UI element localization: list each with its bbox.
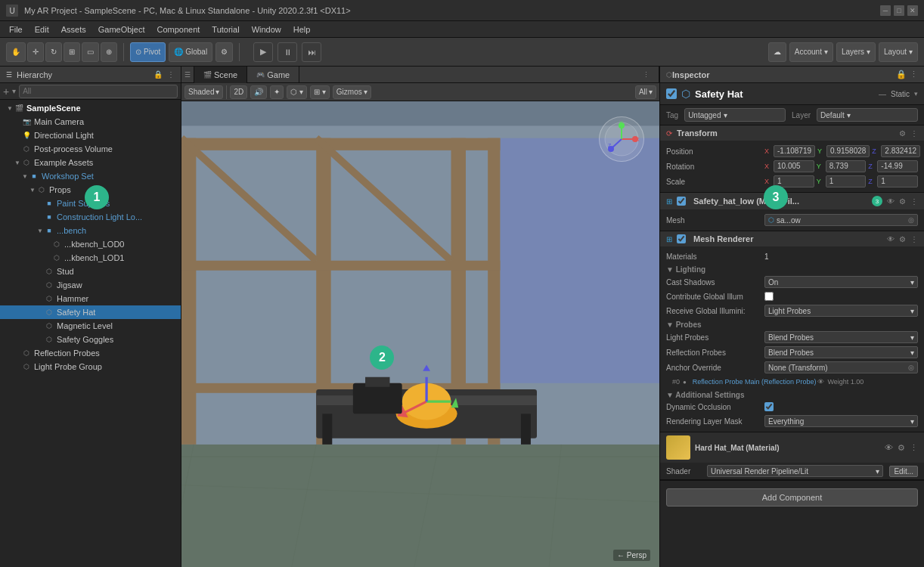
global-button[interactable]: 🌐 Global (169, 42, 212, 62)
step-button[interactable]: ⏭ (302, 42, 321, 62)
anchor-select-icon[interactable]: ◎ (908, 364, 914, 371)
close-button[interactable]: ✕ (907, 5, 918, 16)
probes-arrow[interactable]: ▼ (666, 321, 674, 329)
mesh-renderer-menu-icon[interactable]: ⋮ (910, 235, 918, 243)
tool-move[interactable]: ✛ (27, 42, 44, 62)
light-probes-dropdown[interactable]: Blend Probes ▾ (764, 331, 918, 343)
audio-toggle[interactable]: 🔊 (250, 85, 267, 99)
probe-eye-icon[interactable]: 👁 (817, 378, 824, 386)
mesh-renderer-header[interactable]: ⊞ Mesh Renderer 👁 ⚙ ⋮ (660, 231, 924, 246)
tool-scale[interactable]: ⊞ (64, 42, 80, 62)
layer-dropdown[interactable]: Default ▾ (817, 108, 918, 122)
tool-extra[interactable]: ⚙ (215, 42, 233, 62)
hierarchy-item-lod0[interactable]: ⬡ ...kbench_LOD0 (0, 237, 181, 251)
rendering-layer-dropdown[interactable]: Everything ▾ (764, 415, 918, 427)
mesh-filter-eye-icon[interactable]: 👁 (887, 197, 895, 206)
menu-file[interactable]: File (3, 23, 29, 36)
grid-toggle[interactable]: ⊞ ▾ (310, 85, 330, 99)
scene-tab[interactable]: 🎬 Scene (194, 67, 247, 83)
hierarchy-item-bench[interactable]: ▼ ■ ...bench (0, 224, 181, 237)
menu-help[interactable]: Help (287, 23, 317, 36)
maximize-button[interactable]: □ (894, 5, 904, 16)
scene-view-options[interactable]: ⬡ ▾ (287, 85, 307, 99)
game-tab[interactable]: 🎮 Game (247, 67, 299, 83)
hierarchy-more-icon[interactable]: ▾ (12, 87, 16, 95)
hierarchy-item-main-camera[interactable]: 📷 Main Camera (0, 115, 181, 129)
hierarchy-search-input[interactable] (19, 85, 178, 98)
transform-header[interactable]: ⟳ Transform ⚙ ⋮ (660, 125, 924, 141)
material-menu-icon[interactable]: ⋮ (910, 443, 918, 453)
probe-entry-name[interactable]: Reflection Probe Main (Reflection Probe) (693, 378, 817, 386)
mesh-filter-checkbox[interactable] (677, 197, 686, 206)
hierarchy-item-lod1[interactable]: ⬡ ...kbench_LOD1 (0, 251, 181, 265)
mesh-filter-menu-icon[interactable]: ⋮ (910, 197, 918, 206)
tool-rotate[interactable]: ↻ (45, 42, 62, 62)
menu-window[interactable]: Window (246, 23, 287, 36)
hierarchy-item-safety-hat[interactable]: ⬡ Safety Hat (0, 305, 181, 319)
hierarchy-scene-root[interactable]: ▼ 🎬 SampleScene (0, 101, 181, 115)
hierarchy-item-light-probe-group[interactable]: ⬡ Light Probe Group (0, 360, 181, 373)
hierarchy-item-safety-goggles[interactable]: ⬡ Safety Goggles (0, 333, 181, 346)
hierarchy-add-icon[interactable]: + (3, 85, 9, 98)
pause-button[interactable]: ⏸ (278, 42, 297, 62)
pos-y-input[interactable]: 0.9158028 (826, 145, 870, 157)
inspector-lock-icon[interactable]: 🔒 (896, 70, 907, 79)
menu-edit[interactable]: Edit (29, 23, 55, 36)
hierarchy-item-magnetic-level[interactable]: ⬡ Magnetic Level (0, 319, 181, 333)
layers-dropdown[interactable]: Layers ▾ (836, 42, 876, 62)
contrib-gi-checkbox[interactable] (764, 292, 774, 301)
hierarchy-item-stud[interactable]: ⬡ Stud (0, 265, 181, 278)
transform-more-icon[interactable]: ⚙ (899, 129, 906, 138)
gizmos-dropdown[interactable]: Gizmos ▾ (333, 85, 371, 99)
hierarchy-menu-icon[interactable]: ⋮ (167, 70, 175, 79)
collab-button[interactable]: ☁ (768, 42, 786, 62)
all-dropdown[interactable]: All ▾ (635, 85, 656, 99)
reflection-probes-dropdown[interactable]: Blend Probes ▾ (764, 346, 918, 358)
hierarchy-item-post-process[interactable]: ⬡ Post-process Volume (0, 142, 181, 156)
tool-hand[interactable]: ✋ (6, 42, 26, 62)
layout-dropdown[interactable]: Layout ▾ (879, 42, 918, 62)
pivot-button[interactable]: ⊙ Pivot (130, 42, 166, 62)
menu-tutorial[interactable]: Tutorial (206, 23, 245, 36)
scale-y-input[interactable]: 1 (826, 175, 867, 187)
shader-edit-button[interactable]: Edit... (889, 466, 918, 477)
tool-combined[interactable]: ⊕ (101, 42, 117, 62)
cast-shadows-dropdown[interactable]: On ▾ (764, 276, 918, 288)
pos-x-input[interactable]: -1.108719 (774, 145, 815, 157)
tool-rect[interactable]: ▭ (82, 42, 99, 62)
inspector-menu-icon[interactable]: ⋮ (910, 70, 918, 79)
hierarchy-item-hammer[interactable]: ⬡ Hammer (0, 292, 181, 305)
scene-view-canvas[interactable]: 2 X Y (181, 101, 659, 567)
mesh-select-icon[interactable]: ◎ (908, 216, 914, 224)
anchor-override-field[interactable]: None (Transform) ◎ (764, 361, 918, 373)
tag-dropdown[interactable]: Untagged ▾ (684, 108, 786, 122)
pos-z-input[interactable]: 2.832412 (881, 145, 920, 157)
shader-dropdown[interactable]: Universal Render Pipeline/Lit ▾ (707, 465, 883, 477)
shading-dropdown[interactable]: Shaded ▾ (184, 85, 223, 99)
play-button[interactable]: ▶ (253, 42, 273, 62)
minimize-button[interactable]: ─ (880, 5, 891, 16)
transform-menu-icon[interactable]: ⋮ (910, 129, 918, 138)
add-component-button[interactable]: Add Component (666, 488, 918, 507)
material-gear-icon[interactable]: ⚙ (898, 443, 905, 453)
hierarchy-item-example-assets[interactable]: ▼ ⬡ Example Assets (0, 156, 181, 169)
static-dropdown[interactable]: Static (891, 90, 910, 98)
menu-assets[interactable]: Assets (55, 23, 92, 36)
rot-x-input[interactable]: 10.005 (774, 160, 814, 172)
scene-menu-icon[interactable]: ⋮ (634, 67, 659, 83)
recv-gi-dropdown[interactable]: Light Probes ▾ (764, 305, 918, 317)
hierarchy-item-dir-light[interactable]: 💡 Directional Light (0, 129, 181, 142)
hierarchy-item-construction-light[interactable]: ■ Construction Light Lo... (0, 210, 181, 224)
mesh-renderer-eye-icon[interactable]: 👁 (887, 235, 895, 243)
mesh-renderer-checkbox[interactable] (677, 234, 686, 243)
hierarchy-item-workshop-set[interactable]: ▼ ■ Workshop Set (0, 169, 181, 183)
mesh-filter-gear-icon[interactable]: ⚙ (899, 197, 906, 206)
account-dropdown[interactable]: Account ▾ (789, 42, 833, 62)
hierarchy-lock-icon[interactable]: 🔒 (153, 70, 163, 79)
scale-z-input[interactable]: 1 (877, 175, 918, 187)
fx-toggle[interactable]: ✦ (270, 85, 284, 99)
rot-z-input[interactable]: -14.99 (877, 160, 918, 172)
mesh-filter-header[interactable]: ⊞ Safety_hat_low (Mesh Fil... 3 👁 ⚙ ⋮ (660, 193, 924, 209)
menu-component[interactable]: Component (150, 23, 206, 36)
rot-y-input[interactable]: 8.739 (826, 160, 867, 172)
